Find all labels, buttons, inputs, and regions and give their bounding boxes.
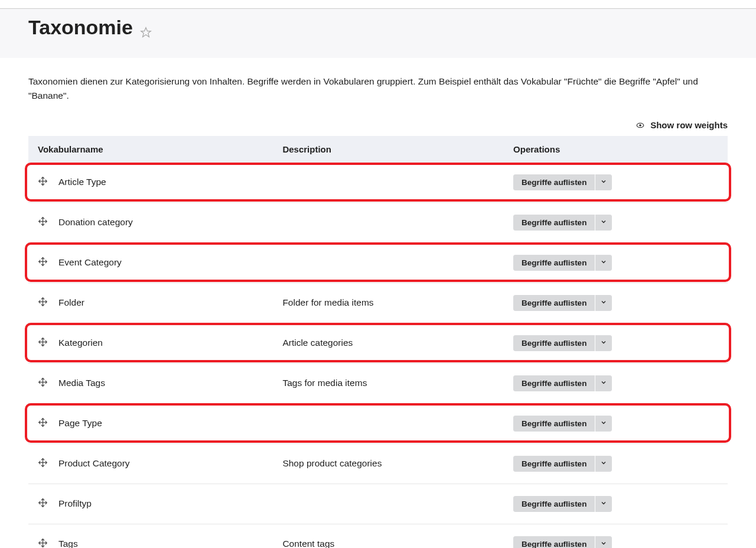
vocab-description: Shop product categories xyxy=(273,443,504,484)
col-header-description: Description xyxy=(273,136,504,163)
drag-handle-icon[interactable] xyxy=(38,498,48,510)
chevron-down-icon xyxy=(600,459,607,468)
vocab-description xyxy=(273,163,504,203)
vocab-name: Product Category xyxy=(58,458,130,468)
dropdown-toggle[interactable] xyxy=(595,255,612,271)
show-row-weights-label: Show row weights xyxy=(650,120,728,130)
list-terms-button[interactable]: Begriffe auflisten xyxy=(513,456,595,472)
star-icon[interactable] xyxy=(140,27,152,40)
vocab-description xyxy=(273,242,504,283)
vocab-name: Profiltyp xyxy=(58,498,92,508)
table-row: Media TagsTags for media itemsBegriffe a… xyxy=(28,363,728,403)
vocab-description xyxy=(273,202,504,242)
col-header-operations: Operations xyxy=(504,136,728,163)
chevron-down-icon xyxy=(600,500,607,508)
table-row: TagsContent tagsBegriffe auflisten xyxy=(28,524,728,548)
vocab-description xyxy=(273,403,504,443)
table-row: KategorienArticle categoriesBegriffe auf… xyxy=(28,323,728,363)
list-terms-button[interactable]: Begriffe auflisten xyxy=(513,295,595,311)
dropdown-toggle[interactable] xyxy=(595,416,612,432)
list-terms-button[interactable]: Begriffe auflisten xyxy=(513,255,595,271)
chevron-down-icon xyxy=(600,419,607,428)
drag-handle-icon[interactable] xyxy=(38,176,48,189)
vocab-name: Media Tags xyxy=(58,377,105,387)
dropdown-toggle[interactable] xyxy=(595,456,612,472)
col-header-name: Vokabularname xyxy=(28,136,273,163)
dropdown-toggle[interactable] xyxy=(595,295,612,311)
vocab-description: Article categories xyxy=(273,323,504,363)
dropdown-toggle[interactable] xyxy=(595,536,612,548)
vocab-name: Tags xyxy=(58,538,78,548)
dropdown-toggle[interactable] xyxy=(595,375,612,391)
dropdown-toggle[interactable] xyxy=(595,496,612,512)
dropdown-toggle[interactable] xyxy=(595,174,612,190)
chevron-down-icon xyxy=(600,540,607,548)
drag-handle-icon[interactable] xyxy=(38,538,48,548)
chevron-down-icon xyxy=(600,379,607,388)
vocab-name: Event Category xyxy=(58,257,122,267)
vocab-description xyxy=(273,484,504,524)
drag-handle-icon[interactable] xyxy=(38,297,48,309)
table-row: Product CategoryShop product categoriesB… xyxy=(28,443,728,484)
vocab-name: Article Type xyxy=(58,176,106,186)
vocab-description: Folder for media items xyxy=(273,283,504,323)
page-title: Taxonomie xyxy=(28,16,133,39)
table-row: ProfiltypBegriffe auflisten xyxy=(28,484,728,524)
list-terms-button[interactable]: Begriffe auflisten xyxy=(513,536,595,548)
show-row-weights-link[interactable]: Show row weights xyxy=(636,120,728,130)
chevron-down-icon xyxy=(600,299,607,307)
drag-handle-icon[interactable] xyxy=(38,257,48,269)
drag-handle-icon[interactable] xyxy=(38,337,48,349)
vocab-name: Kategorien xyxy=(58,337,103,347)
chevron-down-icon xyxy=(600,178,607,187)
table-row: Page TypeBegriffe auflisten xyxy=(28,403,728,443)
vocab-description: Tags for media items xyxy=(273,363,504,403)
list-terms-button[interactable]: Begriffe auflisten xyxy=(513,375,595,391)
chevron-down-icon xyxy=(600,339,607,348)
chevron-down-icon xyxy=(600,258,607,267)
list-terms-button[interactable]: Begriffe auflisten xyxy=(513,174,595,190)
table-row: Donation categoryBegriffe auflisten xyxy=(28,202,728,242)
dropdown-toggle[interactable] xyxy=(595,215,612,231)
table-row: Event CategoryBegriffe auflisten xyxy=(28,242,728,283)
list-terms-button[interactable]: Begriffe auflisten xyxy=(513,215,595,231)
vocab-name: Page Type xyxy=(58,417,102,427)
table-row: Article TypeBegriffe auflisten xyxy=(28,163,728,203)
list-terms-button[interactable]: Begriffe auflisten xyxy=(513,496,595,512)
eye-icon xyxy=(636,121,644,131)
list-terms-button[interactable]: Begriffe auflisten xyxy=(513,416,595,432)
svg-point-2 xyxy=(639,124,641,127)
chevron-down-icon xyxy=(600,218,607,227)
vocab-name: Donation category xyxy=(58,216,133,226)
vocab-name: Folder xyxy=(58,297,84,307)
drag-handle-icon[interactable] xyxy=(38,377,48,390)
drag-handle-icon[interactable] xyxy=(38,458,48,470)
drag-handle-icon[interactable] xyxy=(38,216,48,229)
intro-text: Taxonomien dienen zur Kategorisierung vo… xyxy=(28,74,728,104)
list-terms-button[interactable]: Begriffe auflisten xyxy=(513,335,595,351)
table-row: FolderFolder for media itemsBegriffe auf… xyxy=(28,283,728,323)
drag-handle-icon[interactable] xyxy=(38,417,48,430)
dropdown-toggle[interactable] xyxy=(595,335,612,351)
svg-marker-0 xyxy=(141,27,151,37)
vocab-description: Content tags xyxy=(273,524,504,548)
